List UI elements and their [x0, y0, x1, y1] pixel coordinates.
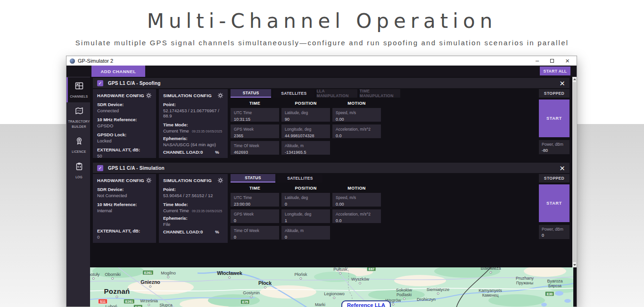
- minimize-icon[interactable]: –: [536, 58, 539, 63]
- column-header-position: POSITION: [281, 186, 330, 191]
- status-area: STATUS SATELLITES TIME POSITION MOTION U…: [231, 174, 400, 243]
- tab-satellites[interactable]: SATELLITES: [278, 174, 322, 183]
- column-header-time: TIME: [231, 101, 279, 106]
- scrollbar-thumb[interactable]: [573, 82, 576, 262]
- simulation-config-title: SIMULATION CONFIG: [163, 178, 212, 183]
- channel-spoofing: ✓ GPS L1 C/A - Spoofing × HARDWARE CONFI…: [93, 78, 570, 158]
- route-badge: E261: [142, 270, 154, 275]
- sidebar-item-channels[interactable]: CHANNELS: [66, 77, 90, 102]
- field-value: 50: [97, 153, 152, 158]
- tab-satellites[interactable]: SATELLITES: [273, 89, 314, 98]
- scroll-down-arrow-icon[interactable]: [572, 263, 577, 267]
- simulation-config-panel: SIMULATION CONFIG Point:53.90454 / 27.56…: [159, 174, 228, 243]
- reference-lla-label: Reference LLA: [341, 300, 391, 307]
- channel-load-label: CHANNEL LOAD:: [163, 149, 200, 155]
- map-city-label: Marki: [315, 302, 325, 307]
- tab-lla-manipulation: LLA MANIPULATION: [317, 89, 357, 98]
- status-card: Latitude, deg90: [281, 108, 330, 122]
- map-city-label: Luboń: [105, 304, 117, 307]
- channel-load-label: CHANNEL LOAD:: [163, 229, 200, 234]
- start-button[interactable]: START: [539, 184, 570, 222]
- add-channel-button[interactable]: ADD CHANNEL: [91, 66, 145, 77]
- gear-icon[interactable]: [146, 177, 152, 183]
- hero: Multi-Channel Operation Simulate multipl…: [0, 0, 644, 47]
- channel-title: GPS L1 C/A - Spoofing: [108, 81, 555, 86]
- vertical-scrollbar[interactable]: [572, 77, 577, 267]
- gear-icon[interactable]: [217, 92, 223, 99]
- map-city-label: Oborniki: [105, 272, 121, 280]
- route-badge: S11: [98, 299, 107, 304]
- sidebar-item-trajectory-builder[interactable]: TRAJECTORY BUILDER: [66, 102, 90, 133]
- field-label: SDR Device:: [97, 187, 152, 192]
- channel-state-badge: STOPPED: [539, 174, 570, 183]
- map-city-label: Płońsk: [294, 272, 307, 280]
- status-card: Altitude, m-1341965.5: [281, 141, 330, 155]
- sidebar-item-licence[interactable]: LICENCE: [66, 133, 90, 158]
- status-card: UTC Time10:31:15: [231, 108, 279, 122]
- column-header-motion: MOTION: [332, 186, 381, 191]
- time-mode-value: Current Time: [163, 128, 189, 133]
- sidebar-item-label: LICENCE: [72, 149, 86, 154]
- route-badge: E261: [124, 299, 135, 304]
- start-button[interactable]: START: [539, 100, 570, 137]
- channel-header: ✓ GPS L1 C/A - Simulation ×: [93, 163, 570, 173]
- start-all-button[interactable]: START ALL: [540, 66, 570, 75]
- scroll-up-arrow-icon[interactable]: [572, 77, 577, 82]
- map-city-label: Mogilno: [161, 271, 176, 278]
- channel-load-unit: %: [215, 149, 219, 155]
- time-mode-datetime: 09:23:35 09/05/2025: [192, 130, 222, 133]
- channel-close-icon[interactable]: ×: [560, 80, 565, 87]
- sidebar-item-log[interactable]: LOG: [66, 158, 90, 183]
- channel-load-value: 0: [200, 229, 203, 234]
- column-header-position: POSITION: [281, 101, 330, 106]
- channel-close-icon[interactable]: ×: [560, 165, 565, 172]
- status-card: GPS Week0: [231, 209, 279, 223]
- route-badge: E75: [240, 299, 250, 305]
- time-mode-datetime: 09:23:35 09/05/2025: [192, 209, 222, 213]
- channel-enabled-checkbox[interactable]: ✓: [97, 80, 103, 86]
- channel-header: ✓ GPS L1 C/A - Spoofing ×: [93, 78, 570, 88]
- map-city-label: Legionowo: [324, 291, 345, 299]
- time-mode-value: Current Time: [163, 208, 189, 213]
- channel-simulation: ✓ GPS L1 C/A - Simulation × HARDWARE CON…: [93, 163, 570, 243]
- channel-title: GPS L1 C/A - Simulation: [108, 166, 555, 171]
- status-area: STATUS SATELLITES LLA MANIPULATION TIME …: [231, 89, 400, 158]
- tab-status[interactable]: STATUS: [231, 174, 275, 183]
- map-view[interactable]: motułyObornikiMogilnoWłocławekPłońskPułt…: [90, 267, 573, 307]
- channel-enabled-checkbox[interactable]: ✓: [97, 165, 103, 171]
- field-label: SDR Device:: [97, 102, 152, 107]
- point-value: 52.1742453 / 21.06776967 / 88.9: [163, 108, 223, 118]
- status-card: Time Of Week462693: [231, 141, 279, 155]
- field-label: GPSDO Lock:: [97, 132, 152, 137]
- power-card: Power, dBm 0: [539, 225, 570, 239]
- maximize-icon[interactable]: [550, 59, 554, 63]
- map-city-label: Białowieża: [480, 267, 501, 274]
- gear-icon[interactable]: [146, 92, 152, 99]
- field-value: Not Connected: [97, 193, 152, 198]
- gear-icon[interactable]: [217, 177, 223, 183]
- hardware-config-panel: HARDWARE CONFIG SDR Device:Connected 10 …: [93, 89, 156, 158]
- map-city-label: Drohiczyn: [417, 297, 436, 302]
- map-city-label: Pułtusk: [333, 267, 347, 274]
- close-icon[interactable]: ×: [565, 58, 570, 64]
- map-city-label: PruzhanyПружаны: [516, 276, 534, 285]
- channel-list: ✓ GPS L1 C/A - Spoofing × HARDWARE CONFI…: [90, 77, 572, 248]
- status-card: Acceleration, m/s^20.0: [332, 209, 381, 223]
- app-icon: [70, 58, 75, 64]
- tab-status[interactable]: STATUS: [231, 89, 271, 98]
- status-card: Time Of Week0: [231, 226, 279, 240]
- sidebar-item-label: CHANNELS: [70, 94, 88, 99]
- channel-load-unit: %: [215, 229, 219, 234]
- page-title: Multi-Channel Operation: [0, 9, 644, 33]
- field-value: Internal: [97, 208, 152, 213]
- status-card: Speed, m/s0.00: [332, 193, 381, 207]
- channels-grid-icon: [74, 81, 84, 92]
- status-card: Altitude, m0: [281, 226, 330, 240]
- route-badge: E30: [545, 291, 554, 297]
- field-value: Connected: [97, 108, 152, 113]
- sidebar-item-label: LOG: [75, 175, 83, 180]
- field-value: 0: [97, 234, 152, 240]
- map-city-label: Włocławek: [217, 270, 242, 279]
- simulation-config-title: SIMULATION CONFIG: [163, 93, 212, 98]
- point-label: Point:: [163, 102, 223, 107]
